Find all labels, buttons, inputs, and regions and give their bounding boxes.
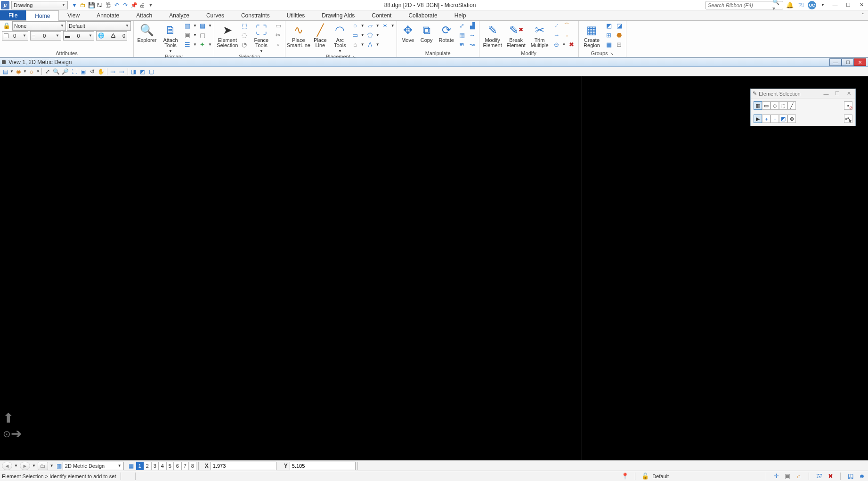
notifications-icon[interactable]: 🔔 [785, 0, 795, 10]
ribbon-search-input[interactable] [708, 2, 772, 8]
dialog-close-button[interactable]: ✕ [844, 90, 853, 97]
method-circle-icon[interactable]: ◌ [779, 101, 787, 110]
help-icon[interactable]: ?⃝ [796, 0, 806, 10]
group-lock-icon[interactable]: ⊟ [615, 41, 624, 49]
message-center-icon[interactable]: 🖅 [815, 473, 823, 480]
cell-icon[interactable]: ⌂ [350, 41, 360, 49]
block-icon[interactable]: ▭ [350, 31, 360, 40]
level-manager-icon[interactable]: ☰ [183, 41, 192, 49]
mode-add-icon[interactable]: ＋ [762, 114, 771, 123]
view-button-8[interactable]: 8 [189, 462, 196, 470]
close-button[interactable]: ✕ [856, 1, 867, 9]
design-history-icon[interactable]: 🕮 [846, 473, 855, 480]
fence-copy-icon[interactable]: ▫ [274, 41, 283, 49]
tab-utilities[interactable]: Utilities [278, 10, 314, 20]
group-launcher-icon[interactable]: ↘ [610, 51, 614, 56]
tab-view[interactable]: View [59, 10, 88, 20]
explorer-button[interactable]: 🔍 Explorer [136, 21, 158, 43]
qat-more-icon[interactable]: ▼ [147, 1, 154, 9]
tab-constraints[interactable]: Constraints [233, 10, 278, 20]
nav-history-button[interactable]: 🗀 [38, 462, 48, 470]
drawing-canvas[interactable]: ⬆ ⊙➔ ✎ Element Selection — ☐ ✕ ▦ ▭ ◇ ◌ ╱… [0, 76, 868, 460]
locks-status-icon[interactable]: ▣ [783, 473, 792, 480]
tab-curves[interactable]: Curves [198, 10, 233, 20]
array-icon[interactable]: ▦ [457, 31, 467, 40]
stretch-icon[interactable]: ↔ [468, 31, 477, 40]
fence-block-icon[interactable]: ▭ [274, 22, 283, 30]
model-dropdown[interactable]: 2D Metric Design ▼ [63, 462, 124, 470]
chevron-down-icon[interactable]: ▼ [193, 24, 197, 28]
clear-clip-icon[interactable]: ▢ [147, 68, 156, 75]
chevron-down-icon[interactable]: ▼ [193, 33, 197, 37]
element-selection-button[interactable]: ➤ Element Selection [216, 21, 239, 48]
mode-new-icon[interactable]: ▶ [754, 114, 762, 123]
pan-view-icon[interactable]: ✋ [97, 68, 105, 75]
save-icon[interactable]: 💾 [88, 1, 95, 9]
ribbon-search[interactable]: 🔍▾ [706, 1, 783, 9]
method-individual-icon[interactable]: ▦ [754, 101, 762, 110]
set-mark-icon[interactable]: 📌 [130, 1, 138, 9]
insert-vertex-icon[interactable]: ⊝ [552, 41, 561, 49]
weight-dropdown[interactable]: ▬0▼ [63, 31, 94, 41]
no-dgn-changes-icon[interactable]: ✖ [826, 473, 835, 480]
view-close-button[interactable]: ✕ [854, 58, 866, 66]
window-area-icon[interactable]: ▣ [79, 68, 88, 75]
coord-x-input[interactable] [211, 462, 276, 470]
select-none-icon[interactable]: ◌ [240, 31, 249, 40]
tab-annotate[interactable]: Annotate [88, 10, 128, 20]
chamfer-icon[interactable]: ⬪ [562, 31, 572, 40]
tool-settings-titlebar[interactable]: ✎ Element Selection — ☐ ✕ [751, 89, 855, 98]
fence-tools-button[interactable]: ⛶ Fence Tools ▼ [250, 21, 273, 54]
circle-icon[interactable]: ○ [350, 22, 360, 30]
app-icon[interactable]: µ [1, 1, 9, 9]
ungroup-icon[interactable]: ◪ [615, 22, 624, 30]
linestyle-dropdown[interactable]: ≡0▼ [30, 31, 61, 41]
mode-subtract-icon[interactable]: － [771, 114, 779, 123]
drop-group-icon[interactable]: ⬣ [615, 31, 624, 40]
break-element-button[interactable]: ✎✖Break Element [505, 21, 527, 48]
graphic-group-icon[interactable]: ▦ [604, 41, 614, 49]
compress-icon[interactable]: 🗜 [105, 1, 112, 9]
place-smartline-button[interactable]: ∿ Place SmartLine [287, 21, 310, 48]
tool-settings-dialog[interactable]: ✎ Element Selection — ☐ ✕ ▦ ▭ ◇ ◌ ╱ ▪⊘ ▶… [750, 89, 856, 126]
view-button-5[interactable]: 5 [166, 462, 174, 470]
key-in-icon[interactable]: ▢ [198, 31, 207, 40]
tab-content[interactable]: Content [363, 10, 400, 20]
view-minimize-button[interactable]: — [829, 58, 842, 66]
attach-tools-button[interactable]: 🗎 Attach Tools ▼ [159, 21, 182, 54]
align-icon[interactable]: ≋ [457, 41, 467, 49]
view-maximize-button[interactable]: ☐ [842, 58, 854, 66]
redo-icon[interactable]: ↷ [122, 1, 129, 9]
method-shape-icon[interactable]: ◇ [771, 101, 779, 110]
chevron-down-icon[interactable]: ▼ [208, 42, 212, 47]
move-parallel-icon[interactable]: ↝ [468, 41, 477, 49]
display-style-icon[interactable]: ◉ [14, 68, 23, 75]
workflow-dropdown[interactable]: Drawing ▼ [11, 1, 68, 9]
clip-volume-icon[interactable]: ◨ [130, 68, 138, 75]
group-hole-icon[interactable]: ◩ [604, 22, 614, 30]
tab-help[interactable]: Help [446, 10, 475, 20]
properties-icon[interactable]: ▤ [198, 22, 207, 30]
tab-collaborate[interactable]: Collaborate [400, 10, 446, 20]
fillet-icon[interactable]: ⌒ [562, 22, 572, 30]
nav-forward-button[interactable]: ► [20, 462, 30, 470]
modify-element-button[interactable]: ✎Modify Element [481, 21, 504, 48]
move-button[interactable]: ✥Move [399, 21, 417, 43]
tab-drawing-aids[interactable]: Drawing Aids [313, 10, 363, 20]
save-settings-icon[interactable]: 🖫 [96, 1, 104, 9]
rotate-button[interactable]: ⟳Rotate [437, 21, 456, 43]
dialog-minimize-button[interactable]: — [821, 91, 831, 97]
references-icon[interactable]: ▣ [183, 31, 192, 40]
adjust-brightness-icon[interactable]: ☼ [27, 68, 36, 75]
view-next-icon[interactable]: ▭ [118, 68, 126, 75]
mode-invert-icon[interactable]: ◩ [779, 114, 787, 123]
view-handle-icon[interactable] [2, 60, 6, 64]
feedback-icon[interactable]: ☻ [858, 473, 866, 480]
tab-file[interactable]: File [0, 10, 26, 20]
view-button-2[interactable]: 2 [144, 462, 151, 470]
view-title-bar[interactable]: View 1, 2D Metric Design — ☐ ✕ [0, 57, 868, 67]
chevron-down-icon[interactable]: ▼ [193, 42, 197, 47]
tab-analyze[interactable]: Analyze [161, 10, 198, 20]
template-dropdown[interactable]: Default▼ [67, 21, 131, 31]
minimize-button[interactable]: — [829, 1, 841, 9]
